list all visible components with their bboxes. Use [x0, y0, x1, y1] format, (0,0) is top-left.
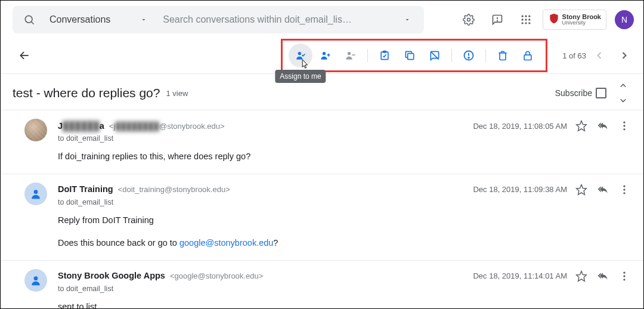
- svg-point-27: [468, 57, 469, 58]
- message-body: DoIT Training <doit_training@stonybrook.…: [58, 183, 631, 251]
- delete-button[interactable]: [491, 44, 515, 67]
- star-button[interactable]: [574, 119, 589, 133]
- svg-point-42: [623, 279, 625, 280]
- message-item: J██████a <j████████@stonybrook.edu> Dec …: [1, 110, 643, 174]
- message-text: If doi_training replies to this, where d…: [58, 150, 631, 164]
- next-button[interactable]: [612, 44, 636, 67]
- message-meta: Dec 18, 2019, 11:08:05 AM: [473, 119, 631, 133]
- search-category-select[interactable]: Conversations: [41, 14, 159, 25]
- message-header: DoIT Training <doit_training@stonybrook.…: [58, 183, 631, 197]
- message-body: Stony Brook Google Apps <google@stonybro…: [58, 269, 631, 309]
- svg-rect-22: [383, 51, 386, 53]
- svg-point-2: [467, 18, 470, 21]
- header-right: Stony Brook University N: [457, 8, 634, 32]
- svg-point-13: [528, 22, 530, 24]
- svg-point-41: [623, 275, 625, 277]
- sender-avatar: [24, 183, 47, 205]
- separator: [367, 49, 368, 62]
- to-line: to doit_email_list: [58, 134, 631, 143]
- sender-email: <doit_training@stonybrook.edu>: [118, 185, 230, 194]
- no-response-needed-button[interactable]: [423, 44, 447, 67]
- search-input[interactable]: [159, 14, 395, 25]
- prev-button[interactable]: [587, 44, 611, 67]
- feedback-button[interactable]: [485, 8, 509, 32]
- svg-point-37: [623, 192, 625, 194]
- svg-point-9: [525, 18, 527, 20]
- assign-to-me-button[interactable]: Assign to me: [289, 44, 312, 67]
- expand-collapse-button[interactable]: [615, 82, 631, 104]
- back-button[interactable]: [13, 44, 36, 67]
- apps-grid-button[interactable]: [514, 8, 538, 32]
- svg-point-36: [623, 189, 625, 190]
- view-count: 1 view: [166, 89, 188, 98]
- svg-point-5: [521, 16, 523, 17]
- svg-marker-39: [577, 271, 587, 281]
- svg-point-10: [528, 18, 530, 20]
- reply-all-button[interactable]: [596, 183, 610, 197]
- assignment-toolbar: Assign to me: [281, 39, 547, 72]
- svg-point-35: [623, 185, 625, 187]
- star-button[interactable]: [574, 269, 589, 283]
- subscribe-label: Subscribe: [555, 88, 592, 98]
- sender-name: Stony Brook Google Apps: [58, 271, 165, 280]
- svg-rect-23: [408, 54, 414, 60]
- message-text: Reply from DoIT Training Does this bounc…: [58, 214, 631, 251]
- message-header: Stony Brook Google Apps <google@stonybro…: [58, 269, 631, 283]
- svg-marker-34: [577, 185, 587, 195]
- assign-to-button[interactable]: [314, 44, 338, 67]
- pager-text: 1 of 63: [562, 51, 586, 60]
- svg-rect-28: [524, 55, 531, 60]
- message-text: sent to list: [58, 300, 631, 309]
- sender-avatar: [24, 119, 47, 141]
- sender-name: J██████a: [58, 121, 104, 131]
- avatar-initial: N: [621, 15, 627, 24]
- brand-line2: University: [562, 20, 601, 26]
- sender-email: <j████████@stonybrook.edu>: [109, 122, 225, 131]
- svg-point-32: [623, 128, 625, 130]
- action-row: Assign to me: [1, 39, 643, 72]
- svg-point-19: [348, 52, 351, 55]
- search-icon[interactable]: [17, 8, 41, 32]
- conversation-title: test - where do replies go?: [13, 86, 160, 100]
- message-item: DoIT Training <doit_training@stonybrook.…: [1, 174, 643, 260]
- reply-all-button[interactable]: [596, 269, 610, 283]
- svg-point-11: [521, 22, 523, 24]
- settings-button[interactable]: [457, 8, 481, 32]
- subscribe-checkbox[interactable]: [596, 88, 606, 98]
- svg-point-33: [34, 190, 38, 194]
- separator: [451, 49, 452, 62]
- svg-marker-29: [577, 121, 587, 131]
- svg-point-15: [298, 52, 301, 55]
- message-meta: Dec 18, 2019, 11:14:01 AM: [473, 269, 631, 283]
- to-line: to doit_email_list: [58, 198, 631, 206]
- mark-duplicate-button[interactable]: [398, 44, 422, 67]
- star-button[interactable]: [574, 183, 589, 197]
- more-button[interactable]: [617, 119, 631, 133]
- tooltip: Assign to me: [275, 70, 326, 83]
- report-button[interactable]: [457, 44, 481, 67]
- svg-line-1: [32, 22, 34, 24]
- svg-point-0: [25, 16, 32, 23]
- unassign-button[interactable]: [339, 44, 363, 67]
- mark-complete-button[interactable]: [373, 44, 397, 67]
- message-meta: Dec 18, 2019, 11:09:38 AM: [473, 183, 631, 197]
- reply-all-button[interactable]: [596, 119, 610, 133]
- sender-name: DoIT Training: [58, 184, 113, 194]
- message-body: J██████a <j████████@stonybrook.edu> Dec …: [58, 119, 631, 164]
- topbar: Conversations Stony Brook University: [1, 1, 643, 39]
- org-logo: Stony Brook University: [543, 10, 606, 29]
- svg-point-8: [521, 18, 523, 20]
- search-options-dropdown[interactable]: [395, 16, 419, 23]
- account-avatar[interactable]: N: [615, 10, 634, 29]
- sender-email: <google@stonybrook.edu>: [170, 271, 263, 280]
- more-button[interactable]: [617, 269, 631, 283]
- shield-icon: [548, 13, 560, 26]
- email-link[interactable]: google@stonybrook.edu: [179, 238, 273, 248]
- svg-point-12: [525, 22, 527, 24]
- message-item: Stony Brook Google Apps <google@stonybro…: [1, 260, 643, 309]
- svg-point-30: [623, 122, 625, 123]
- lock-button[interactable]: [516, 44, 540, 67]
- message-header: J██████a <j████████@stonybrook.edu> Dec …: [58, 119, 631, 133]
- separator: [485, 49, 486, 62]
- more-button[interactable]: [617, 183, 631, 197]
